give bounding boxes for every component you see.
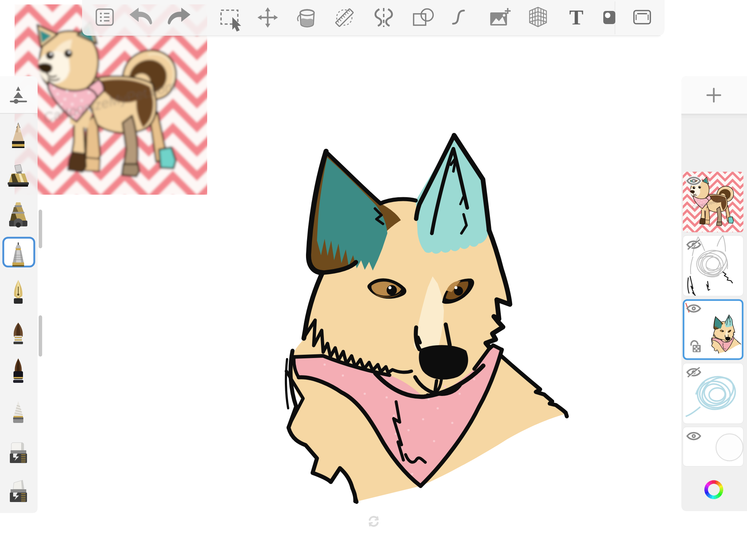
svg-text:T: T	[569, 5, 584, 29]
